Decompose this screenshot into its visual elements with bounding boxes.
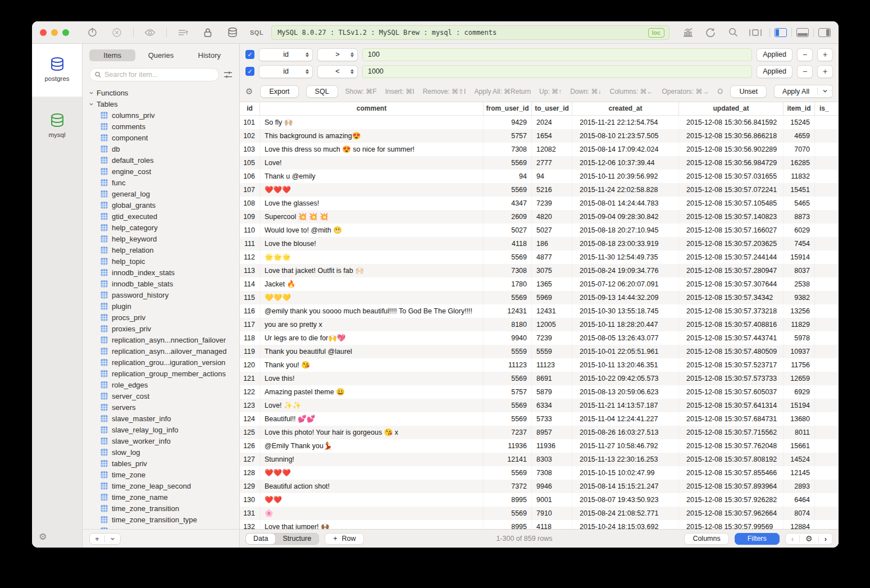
cell-comment[interactable]: Love that jacket! Outfit is fab 🙌🏻 xyxy=(260,264,484,277)
next-page-button[interactable]: › xyxy=(819,535,832,543)
cell-is[interactable] xyxy=(815,453,839,466)
cell-created-at[interactable]: 2015-11-30 12:54:49.735 xyxy=(572,250,679,264)
cell-id[interactable]: 132 xyxy=(240,520,260,529)
cell-updated-at[interactable]: 2015-12-08 15:30:57.140823 xyxy=(679,210,784,224)
sidebar-table-item[interactable]: tables_priv xyxy=(88,458,239,469)
cell-item-id[interactable]: 11756 xyxy=(784,358,815,372)
add-filter-button[interactable]: + xyxy=(817,48,833,61)
connect-icon[interactable] xyxy=(83,26,102,39)
cell-id[interactable]: 102 xyxy=(240,129,260,143)
table-row[interactable]: 117 you are so pretty x 8180 12005 2015-… xyxy=(240,318,839,331)
sidebar-table-item[interactable]: engine_cost xyxy=(88,166,239,177)
table-row[interactable]: 112 🌟🌟🌟 5569 4877 2015-11-30 12:54:49.73… xyxy=(240,250,839,264)
cell-id[interactable]: 112 xyxy=(240,250,260,264)
cell-from-user-id[interactable]: 5027 xyxy=(484,224,532,237)
cell-comment[interactable]: Beautiful action shot! xyxy=(260,480,484,493)
cell-comment[interactable]: So fly 🙌🏼 xyxy=(260,116,484,129)
cell-to-user-id[interactable]: 7910 xyxy=(532,507,572,520)
cell-to-user-id[interactable]: 5969 xyxy=(532,291,572,304)
cell-from-user-id[interactable]: 7308 xyxy=(484,143,532,156)
cell-to-user-id[interactable]: 94 xyxy=(532,170,572,183)
cell-id[interactable]: 131 xyxy=(240,507,260,520)
toggle-left-panel-icon[interactable] xyxy=(775,28,787,37)
cell-is[interactable] xyxy=(815,143,839,156)
table-row[interactable]: 124 Beautiful!! 💕💕 5569 5733 2015-11-04 … xyxy=(240,412,839,426)
table-row[interactable]: 132 Love that jumper! 🙌🏾 8995 4118 2015-… xyxy=(240,520,839,529)
sidebar-table-item[interactable]: role_edges xyxy=(88,379,239,390)
column-header-item-id[interactable]: item_id xyxy=(784,102,815,115)
cell-updated-at[interactable]: 2015-12-08 15:30:57.715562 xyxy=(679,426,784,439)
cell-created-at[interactable]: 2015-09-13 14:44:32.209 xyxy=(572,291,679,304)
cell-from-user-id[interactable]: 5757 xyxy=(484,385,532,399)
table-row[interactable]: 123 Love! ✨✨ 5569 6334 2015-11-21 14:13:… xyxy=(240,399,839,412)
cell-to-user-id[interactable]: 5027 xyxy=(532,224,572,237)
cell-to-user-id[interactable]: 7239 xyxy=(532,331,572,345)
cell-id[interactable]: 115 xyxy=(240,291,260,304)
table-row[interactable]: 102 This background is amazing😍 5757 165… xyxy=(240,129,839,143)
filter-enabled-checkbox[interactable]: ✓ xyxy=(245,67,254,76)
cell-to-user-id[interactable]: 7308 xyxy=(532,466,572,480)
table-row[interactable]: 105 Love! 5569 2777 2015-12-06 10:37:39.… xyxy=(240,156,839,170)
sidebar-table-item[interactable]: help_topic xyxy=(88,256,239,267)
filter-enabled-checkbox[interactable]: ✓ xyxy=(245,50,254,59)
cell-is[interactable] xyxy=(815,116,839,129)
cell-updated-at[interactable]: 2015-12-08 15:30:57.031655 xyxy=(679,170,784,183)
table-row[interactable]: 110 Would love to! @mith 😬 5027 5027 201… xyxy=(240,224,839,237)
sidebar-table-item[interactable]: time_zone_transition_type xyxy=(88,514,239,525)
cell-comment[interactable]: Jacket 🔥 xyxy=(260,277,484,291)
sidebar-table-item[interactable]: slave_master_info xyxy=(88,413,239,424)
eye-icon[interactable] xyxy=(140,26,160,39)
cell-is[interactable] xyxy=(815,345,839,358)
cell-to-user-id[interactable]: 8691 xyxy=(532,372,572,385)
cell-created-at[interactable]: 2015-08-10 21:23:57.505 xyxy=(572,129,679,143)
cell-comment[interactable]: Thank u @emily xyxy=(260,170,484,183)
sidebar-table-item[interactable]: proxies_priv xyxy=(88,323,239,334)
table-row[interactable]: 129 Beautiful action shot! 7372 9946 201… xyxy=(240,480,839,493)
cell-created-at[interactable]: 2015-08-05 13:26:43.077 xyxy=(572,331,679,345)
cell-id[interactable]: 103 xyxy=(240,143,260,156)
cell-is[interactable] xyxy=(815,197,839,210)
cell-updated-at[interactable]: 2015-12-08 15:30:57.684731 xyxy=(679,412,784,426)
sidebar-table-item[interactable]: global_grants xyxy=(88,199,239,211)
cell-to-user-id[interactable]: 7239 xyxy=(532,197,572,210)
cell-id[interactable]: 117 xyxy=(240,318,260,331)
sidebar-table-item[interactable]: func xyxy=(88,177,239,188)
table-row[interactable]: 125 Love this photo! Your hair is gorgeo… xyxy=(240,426,839,439)
cell-updated-at[interactable]: 2015-12-08 15:30:57.893964 xyxy=(679,480,784,493)
cell-is[interactable] xyxy=(815,183,839,197)
cell-comment[interactable]: Stunning! xyxy=(260,453,484,466)
add-item-chevron-icon[interactable] xyxy=(105,536,120,541)
cell-comment[interactable]: 💛💛💛 xyxy=(260,291,484,304)
cell-is[interactable] xyxy=(815,318,839,331)
cell-updated-at[interactable]: 2015-12-08 15:30:57.762048 xyxy=(679,439,784,453)
connection-postgres[interactable]: postgres xyxy=(32,44,82,97)
cell-to-user-id[interactable]: 12431 xyxy=(532,304,572,318)
cell-item-id[interactable]: 7454 xyxy=(784,237,815,250)
structure-view-tab[interactable]: Structure xyxy=(275,534,318,544)
sidebar-table-item[interactable]: help_category xyxy=(88,222,239,233)
table-row[interactable]: 108 Love the glasses! 4347 7239 2015-08-… xyxy=(240,197,839,210)
cell-updated-at[interactable]: 2015-12-08 15:30:57.523717 xyxy=(679,358,784,372)
table-row[interactable]: 121 Love this! 5569 8691 2015-10-22 09:4… xyxy=(240,372,839,385)
cell-comment[interactable]: Amazing pastel theme 😀 xyxy=(260,385,484,399)
table-row[interactable]: 131 🌸 5569 7910 2015-08-24 21:08:52.771 … xyxy=(240,507,839,520)
cell-created-at[interactable]: 2015-08-18 23:00:33.919 xyxy=(572,237,679,250)
cell-id[interactable]: 129 xyxy=(240,480,260,493)
cell-created-at[interactable]: 2015-08-14 17:09:42.024 xyxy=(572,143,679,156)
cell-from-user-id[interactable]: 5569 xyxy=(484,466,532,480)
column-header-id[interactable]: id xyxy=(240,102,260,115)
cell-item-id[interactable]: 12884 xyxy=(784,520,815,529)
sidebar-table-item[interactable]: slave_relay_log_info xyxy=(88,424,239,435)
cell-comment[interactable]: you are so pretty x xyxy=(260,318,484,331)
apply-all-split-button[interactable]: Apply All xyxy=(774,85,833,98)
cell-to-user-id[interactable]: 2024 xyxy=(532,116,572,129)
cell-updated-at[interactable]: 2015-12-08 15:30:57.962664 xyxy=(679,507,784,520)
cell-comment[interactable]: Love the glasses! xyxy=(260,197,484,210)
cell-id[interactable]: 110 xyxy=(240,224,260,237)
cell-item-id[interactable]: 4659 xyxy=(784,129,815,143)
table-row[interactable]: 106 Thank u @emily 94 94 2015-10-11 20:3… xyxy=(240,170,839,183)
cell-is[interactable] xyxy=(815,399,839,412)
cell-updated-at[interactable]: 2015-12-08 15:30:57.105485 xyxy=(679,197,784,210)
cell-item-id[interactable]: 11829 xyxy=(784,318,815,331)
cell-comment[interactable]: Love the blouse! xyxy=(260,237,484,250)
